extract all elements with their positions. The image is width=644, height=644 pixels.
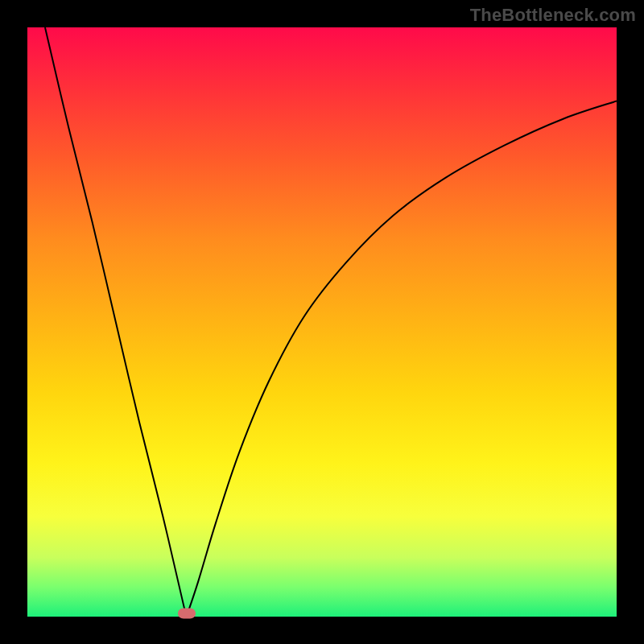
plot-area bbox=[27, 27, 617, 617]
curve-layer bbox=[27, 27, 617, 617]
curve-right-branch bbox=[187, 101, 617, 617]
watermark-text: TheBottleneck.com bbox=[470, 5, 636, 26]
minimum-marker bbox=[178, 609, 196, 619]
curve-left-branch bbox=[45, 27, 187, 617]
chart-frame: TheBottleneck.com bbox=[0, 0, 644, 644]
